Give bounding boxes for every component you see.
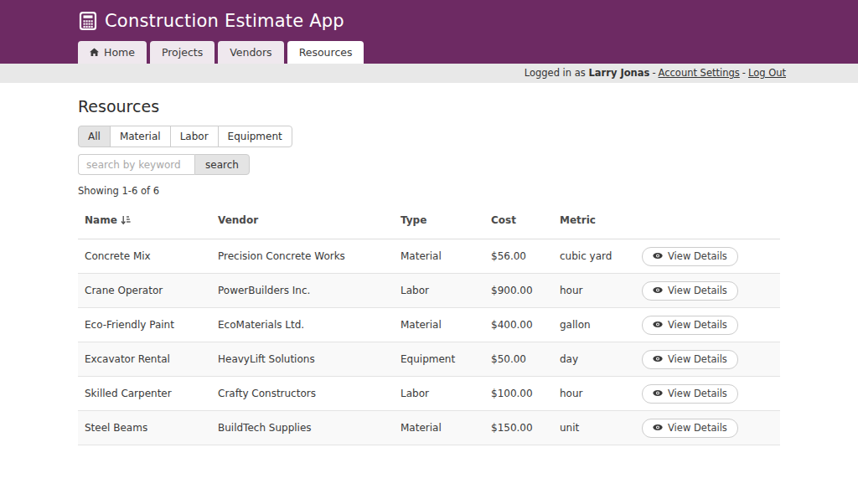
resource-name: Concrete Mix: [78, 250, 218, 262]
tab-vendors[interactable]: Vendors: [218, 41, 283, 64]
view-details-label: View Details: [668, 285, 727, 296]
tab-label: Vendors: [230, 46, 271, 59]
type-filter-group: All Material Labor Equipment: [78, 126, 292, 147]
resource-type: Material: [401, 422, 491, 434]
tab-label: Resources: [299, 46, 353, 59]
view-details-button[interactable]: View Details: [642, 384, 738, 404]
tab-label: Projects: [162, 46, 203, 59]
resource-metric: hour: [560, 388, 635, 399]
resource-vendor: Crafty Constructors: [218, 388, 401, 399]
resource-vendor: BuildTech Supplies: [218, 422, 401, 434]
user-bar: Logged in as Larry Jonas-Account Setting…: [0, 64, 858, 83]
resource-vendor: EcoMaterials Ltd.: [218, 319, 401, 331]
main-content: Resources All Material Labor Equipment s…: [78, 97, 780, 445]
resource-name: Skilled Carpenter: [78, 388, 218, 399]
eye-icon: [653, 389, 663, 397]
resource-type: Material: [401, 319, 491, 331]
eye-icon: [653, 252, 663, 260]
view-details-label: View Details: [668, 250, 727, 262]
resource-vendor: PowerBuilders Inc.: [218, 285, 401, 296]
table-row: Crane Operator PowerBuilders Inc. Labor …: [78, 274, 780, 308]
table-row: Excavator Rental HeavyLift Solutions Equ…: [78, 342, 780, 377]
separator: -: [742, 67, 746, 79]
main-nav: Home Projects Vendors Resources: [78, 41, 364, 64]
view-details-button[interactable]: View Details: [642, 350, 738, 369]
resource-cost: $100.00: [491, 388, 560, 399]
resource-name: Crane Operator: [78, 285, 218, 296]
view-details-button[interactable]: View Details: [642, 281, 738, 301]
tab-projects[interactable]: Projects: [150, 41, 214, 64]
column-header-cost[interactable]: Cost: [491, 214, 560, 226]
resource-name: Steel Beams: [78, 422, 218, 434]
view-details-button[interactable]: View Details: [642, 316, 738, 335]
resource-name: Excavator Rental: [78, 353, 218, 365]
resource-cost: $400.00: [491, 319, 560, 331]
column-header-name[interactable]: Name: [78, 214, 218, 226]
table-row: Concrete Mix Precision Concrete Works Ma…: [78, 239, 780, 274]
page-title: Resources: [78, 97, 780, 116]
table-row: Steel Beams BuildTech Supplies Material …: [78, 411, 780, 445]
resource-metric: hour: [560, 285, 635, 296]
resource-cost: $900.00: [491, 285, 560, 296]
calculator-icon: [79, 12, 97, 30]
table-row: Skilled Carpenter Crafty Constructors La…: [78, 377, 780, 411]
filter-material[interactable]: Material: [110, 126, 171, 147]
resources-table: Name Vendor Type Cost Metric Concrete Mi: [78, 203, 780, 445]
filter-equipment[interactable]: Equipment: [218, 126, 292, 147]
eye-icon: [653, 286, 663, 294]
resource-metric: day: [560, 353, 635, 365]
column-header-metric[interactable]: Metric: [560, 214, 635, 226]
tab-resources[interactable]: Resources: [287, 41, 364, 64]
resource-type: Labor: [401, 388, 491, 399]
view-details-label: View Details: [668, 353, 727, 365]
resource-metric: cubic yard: [560, 250, 635, 262]
filter-labor[interactable]: Labor: [170, 126, 219, 147]
app-header: Construction Estimate App Home Projects …: [0, 0, 858, 64]
filter-all[interactable]: All: [78, 126, 111, 147]
resource-metric: unit: [560, 422, 635, 434]
resource-vendor: Precision Concrete Works: [218, 250, 401, 262]
resource-cost: $50.00: [491, 353, 560, 365]
column-header-type[interactable]: Type: [401, 214, 491, 226]
resource-type: Labor: [401, 285, 491, 296]
log-out-link[interactable]: Log Out: [748, 67, 786, 79]
table-header: Name Vendor Type Cost Metric: [78, 203, 780, 239]
table-row: Eco-Friendly Paint EcoMaterials Ltd. Mat…: [78, 308, 780, 342]
tab-label: Home: [104, 46, 135, 59]
search-input[interactable]: [78, 154, 194, 175]
account-settings-link[interactable]: Account Settings: [659, 67, 740, 79]
app-title: Construction Estimate App: [105, 11, 344, 31]
results-count: Showing 1-6 of 6: [78, 185, 780, 197]
view-details-button[interactable]: View Details: [642, 247, 738, 266]
search-button[interactable]: search: [194, 154, 250, 175]
resource-name: Eco-Friendly Paint: [78, 319, 218, 331]
eye-icon: [653, 355, 663, 363]
separator: -: [652, 67, 655, 79]
resource-metric: gallon: [560, 319, 635, 331]
user-name: Larry Jonas: [588, 67, 649, 79]
search-row: search: [78, 154, 780, 175]
eye-icon: [653, 321, 663, 328]
sort-icon: [121, 215, 131, 225]
resource-cost: $150.00: [491, 422, 560, 434]
view-details-label: View Details: [668, 422, 727, 434]
home-icon: [90, 48, 99, 57]
view-details-label: View Details: [668, 319, 727, 331]
brand: Construction Estimate App: [0, 0, 858, 31]
tab-home[interactable]: Home: [78, 41, 147, 64]
resource-type: Equipment: [401, 353, 491, 365]
logged-in-text: Logged in as: [525, 67, 586, 79]
eye-icon: [653, 424, 663, 431]
column-header-vendor[interactable]: Vendor: [218, 214, 401, 226]
view-details-button[interactable]: View Details: [642, 419, 738, 438]
resource-vendor: HeavyLift Solutions: [218, 353, 401, 365]
resource-cost: $56.00: [491, 250, 560, 262]
view-details-label: View Details: [668, 388, 727, 399]
resource-type: Material: [401, 250, 491, 262]
table-body: Concrete Mix Precision Concrete Works Ma…: [78, 239, 780, 445]
